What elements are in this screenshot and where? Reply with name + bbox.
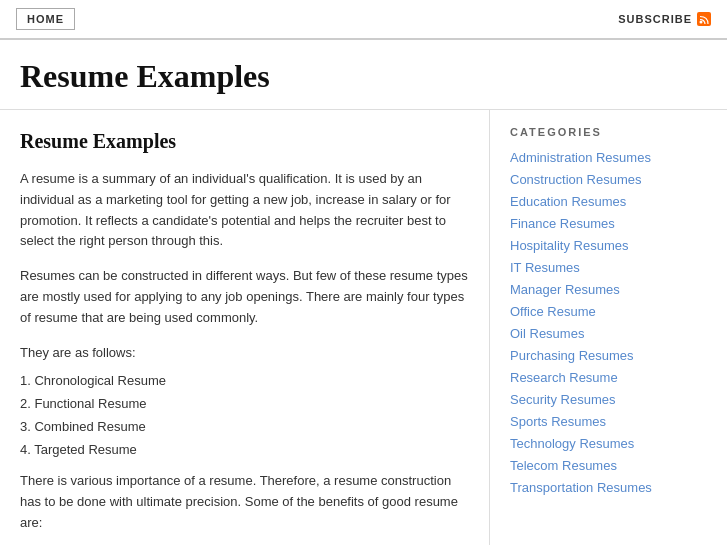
category-link-administration[interactable]: Administration Resumes — [510, 150, 651, 165]
main-layout: Resume Examples A resume is a summary of… — [0, 110, 727, 545]
subscribe-label: SUBSCRIBE — [618, 13, 692, 25]
list-item: Technology Resumes — [510, 436, 689, 452]
category-link-office[interactable]: Office Resume — [510, 304, 596, 319]
rss-icon[interactable] — [697, 12, 711, 26]
category-link-hospitality[interactable]: Hospitality Resumes — [510, 238, 629, 253]
list-item: 4. Targeted Resume — [20, 442, 469, 457]
list-item: Hospitality Resumes — [510, 238, 689, 254]
svg-point-0 — [700, 21, 703, 24]
category-link-manager[interactable]: Manager Resumes — [510, 282, 620, 297]
category-link-security[interactable]: Security Resumes — [510, 392, 615, 407]
nav-home-link[interactable]: HOME — [16, 8, 75, 30]
page-title-area: Resume Examples — [0, 40, 727, 110]
category-link-education[interactable]: Education Resumes — [510, 194, 626, 209]
category-link-transportation[interactable]: Transportation Resumes — [510, 480, 652, 495]
content-paragraph-3: There is various importance of a resume.… — [20, 471, 469, 533]
category-link-purchasing[interactable]: Purchasing Resumes — [510, 348, 634, 363]
category-link-sports[interactable]: Sports Resumes — [510, 414, 606, 429]
list-item: Manager Resumes — [510, 282, 689, 298]
category-link-oil[interactable]: Oil Resumes — [510, 326, 584, 341]
list-item: Sports Resumes — [510, 414, 689, 430]
category-link-technology[interactable]: Technology Resumes — [510, 436, 634, 451]
list-item: Education Resumes — [510, 194, 689, 210]
list-item: 1. Chronological Resume — [20, 373, 469, 388]
category-link-construction[interactable]: Construction Resumes — [510, 172, 642, 187]
list-item: Research Resume — [510, 370, 689, 386]
list-intro: They are as follows: — [20, 343, 469, 364]
subscribe-area: SUBSCRIBE — [618, 12, 711, 26]
category-link-research[interactable]: Research Resume — [510, 370, 618, 385]
category-link-telecom[interactable]: Telecom Resumes — [510, 458, 617, 473]
list-item: 2. Functional Resume — [20, 396, 469, 411]
list-item: Construction Resumes — [510, 172, 689, 188]
categories-heading: Categories — [510, 126, 689, 138]
content-paragraph-2: Resumes can be constructed in different … — [20, 266, 469, 328]
category-link-it[interactable]: IT Resumes — [510, 260, 580, 275]
list-item: 3. Combined Resume — [20, 419, 469, 434]
list-item: Purchasing Resumes — [510, 348, 689, 364]
content-heading: Resume Examples — [20, 130, 469, 153]
sidebar: Categories Administration Resumes Constr… — [490, 110, 705, 545]
list-item: Telecom Resumes — [510, 458, 689, 474]
list-item: Security Resumes — [510, 392, 689, 408]
list-item: Finance Resumes — [510, 216, 689, 232]
list-item: Oil Resumes — [510, 326, 689, 342]
content-area: Resume Examples A resume is a summary of… — [0, 110, 490, 545]
list-item: IT Resumes — [510, 260, 689, 276]
list-item: Administration Resumes — [510, 150, 689, 166]
content-paragraph-1: A resume is a summary of an individual's… — [20, 169, 469, 252]
list-item: Office Resume — [510, 304, 689, 320]
category-link-finance[interactable]: Finance Resumes — [510, 216, 615, 231]
categories-list: Administration Resumes Construction Resu… — [510, 150, 689, 496]
page-title: Resume Examples — [20, 58, 707, 95]
header: HOME SUBSCRIBE — [0, 0, 727, 40]
list-item: Transportation Resumes — [510, 480, 689, 496]
resume-list: 1. Chronological Resume 2. Functional Re… — [20, 373, 469, 457]
